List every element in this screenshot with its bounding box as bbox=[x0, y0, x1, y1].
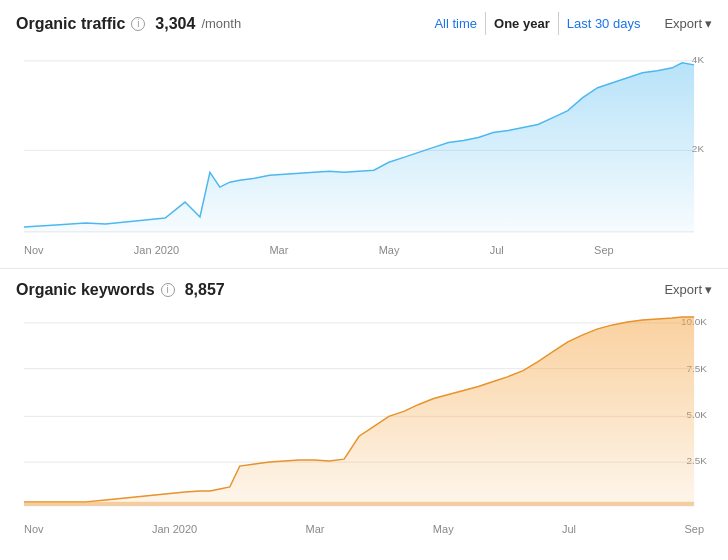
svg-text:4K: 4K bbox=[692, 54, 705, 65]
keywords-x-label-1: Jan 2020 bbox=[152, 523, 197, 535]
keywords-x-label-0: Nov bbox=[24, 523, 44, 535]
keywords-area-fill bbox=[24, 317, 694, 506]
traffic-x-label-0: Nov bbox=[24, 244, 44, 256]
keywords-x-label-4: Jul bbox=[562, 523, 576, 535]
traffic-title-group: Organic traffic i 3,304 /month bbox=[16, 15, 241, 33]
keywords-metric-value: 8,857 bbox=[185, 281, 225, 299]
traffic-filter-one-year[interactable]: One year bbox=[485, 12, 559, 35]
keywords-chart-container: 10.0K 7.5K 5.0K 2.5K bbox=[16, 307, 712, 543]
keywords-x-label-2: Mar bbox=[306, 523, 325, 535]
keywords-export-label: Export bbox=[664, 282, 702, 297]
keywords-info-icon[interactable]: i bbox=[161, 283, 175, 297]
keywords-x-label-3: May bbox=[433, 523, 454, 535]
traffic-filter-all-time[interactable]: All time bbox=[426, 12, 485, 35]
traffic-x-label-1: Jan 2020 bbox=[134, 244, 179, 256]
traffic-metric-unit: /month bbox=[201, 16, 241, 31]
traffic-area-fill bbox=[24, 63, 694, 232]
traffic-x-axis: Nov Jan 2020 Mar May Jul Sep bbox=[16, 242, 712, 264]
traffic-x-label-5: Sep bbox=[594, 244, 614, 256]
traffic-header: Organic traffic i 3,304 /month All time … bbox=[16, 12, 712, 35]
traffic-export-label: Export bbox=[664, 16, 702, 31]
traffic-x-label-2: Mar bbox=[269, 244, 288, 256]
keywords-export-button[interactable]: Export ▾ bbox=[664, 282, 712, 297]
traffic-chart-container: 4K 2K Nov Jan 2020 Mar May Jul Sep bbox=[16, 43, 712, 264]
keywords-section: Organic keywords i 8,857 Export ▾ 10.0K … bbox=[0, 269, 728, 543]
traffic-metric-value: 3,304 bbox=[155, 15, 195, 33]
keywords-x-label-5: Sep bbox=[684, 523, 704, 535]
traffic-export-chevron-icon: ▾ bbox=[705, 16, 712, 31]
keywords-header: Organic keywords i 8,857 Export ▾ bbox=[16, 281, 712, 299]
traffic-x-label-3: May bbox=[379, 244, 400, 256]
keywords-title: Organic keywords bbox=[16, 281, 155, 299]
traffic-x-label-4: Jul bbox=[490, 244, 504, 256]
traffic-filter-last-30[interactable]: Last 30 days bbox=[559, 12, 649, 35]
keywords-chart: 10.0K 7.5K 5.0K 2.5K bbox=[16, 307, 712, 521]
keywords-x-axis: Nov Jan 2020 Mar May Jul Sep bbox=[16, 521, 712, 543]
keywords-controls: Export ▾ bbox=[648, 282, 712, 297]
keywords-title-group: Organic keywords i 8,857 bbox=[16, 281, 225, 299]
traffic-section: Organic traffic i 3,304 /month All time … bbox=[0, 0, 728, 269]
keywords-floor-band bbox=[24, 502, 694, 506]
keywords-export-chevron-icon: ▾ bbox=[705, 282, 712, 297]
traffic-export-button[interactable]: Export ▾ bbox=[664, 16, 712, 31]
traffic-info-icon[interactable]: i bbox=[131, 17, 145, 31]
traffic-controls: All time One year Last 30 days Export ▾ bbox=[426, 12, 712, 35]
traffic-title: Organic traffic bbox=[16, 15, 125, 33]
traffic-chart: 4K 2K bbox=[16, 43, 712, 242]
